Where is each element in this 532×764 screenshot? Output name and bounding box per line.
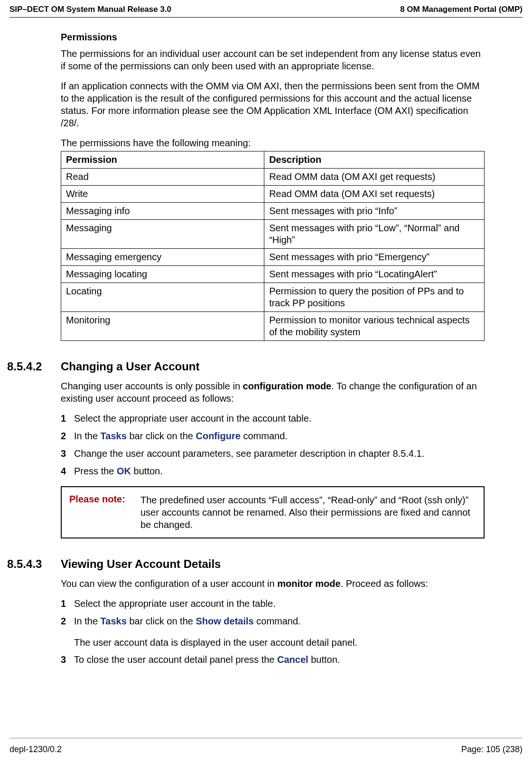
- table-row: Messaging locatingSent messages with pri…: [61, 266, 485, 283]
- ui-term-cancel: Cancel: [277, 654, 308, 665]
- section-number: 8.5.4.3: [7, 557, 61, 571]
- step-text: In the Tasks bar click on the Configure …: [74, 430, 485, 443]
- ui-term-tasks: Tasks: [101, 431, 127, 441]
- cell-permission: Read: [61, 169, 264, 186]
- table-row: MessagingSent messages with prio “Low”, …: [61, 220, 485, 249]
- table-row: Messaging infoSent messages with prio “I…: [61, 203, 485, 220]
- section-title: Changing a User Account: [61, 360, 199, 373]
- section-8542-header: 8.5.4.2 Changing a User Account: [7, 360, 485, 373]
- bold-text: monitor mode: [277, 578, 340, 589]
- ui-term-configure: Configure: [196, 431, 240, 441]
- cell-permission: Write: [61, 186, 264, 203]
- please-note-box: Please note: The predefined user account…: [61, 486, 485, 538]
- cell-description: Read OMM data (OM AXI get requests): [264, 169, 485, 186]
- ui-term-ok: OK: [117, 466, 131, 476]
- cell-permission: Monitoring: [61, 312, 264, 341]
- step-number: 2: [61, 430, 74, 443]
- footer-left: depl-1230/0.2: [9, 745, 62, 755]
- text: To close the user account detail panel p…: [74, 654, 277, 665]
- table-row: MonitoringPermission to monitor various …: [61, 312, 485, 341]
- cell-description: Sent messages with prio “Low”, “Normal” …: [264, 220, 485, 249]
- cell-description: Sent messages with prio “Info”: [264, 203, 485, 220]
- cell-permission: Messaging info: [61, 203, 264, 220]
- cell-description: Sent messages with prio “LocatingAlert”: [264, 266, 485, 283]
- cell-description: Read OMM data (OM AXI set requests): [264, 186, 485, 203]
- footer-right: Page: 105 (238): [461, 745, 523, 755]
- table-row: Messaging emergencySent messages with pr…: [61, 249, 485, 266]
- permissions-para-1: The permissions for an individual user a…: [61, 47, 485, 72]
- section-8542-steps: 1 Select the appropriate user account in…: [61, 412, 485, 478]
- header-right: 8 OM Management Portal (OMP): [400, 5, 523, 14]
- footer-rule: [9, 738, 523, 738]
- section-title: Viewing User Account Details: [61, 557, 221, 571]
- ui-term-show-details: Show details: [196, 616, 253, 626]
- section-8542-intro: Changing user accounts is only possible …: [61, 380, 485, 405]
- section-8543-intro: You can view the configuration of a user…: [61, 577, 485, 590]
- bold-text: configuration mode: [243, 381, 332, 391]
- page-header: SIP–DECT OM System Manual Release 3.0 8 …: [0, 0, 532, 17]
- section-8543-header: 8.5.4.3 Viewing User Account Details: [7, 557, 485, 571]
- permissions-table: Permission Description ReadRead OMM data…: [61, 151, 485, 341]
- cell-description: Permission to monitor various technical …: [264, 312, 485, 341]
- ui-term-tasks: Tasks: [101, 616, 127, 626]
- step-number: 2: [61, 615, 74, 628]
- text: Changing user accounts is only possible …: [61, 381, 243, 391]
- table-row: ReadRead OMM data (OM AXI get requests): [61, 169, 485, 186]
- list-item: 2 In the Tasks bar click on the Configur…: [61, 430, 485, 443]
- step-number: 3: [61, 653, 74, 666]
- cell-description: Sent messages with prio “Emergency”: [264, 249, 485, 266]
- th-description: Description: [264, 151, 485, 169]
- section-8543-steps: 1 Select the appropriate user account in…: [61, 597, 485, 628]
- step-number: 4: [61, 465, 74, 478]
- step-text: Press the OK button.: [74, 465, 485, 478]
- header-rule: [9, 17, 523, 18]
- th-permission: Permission: [61, 151, 264, 169]
- cell-permission: Messaging emergency: [61, 249, 264, 266]
- list-item: 3 Change the user account parameters, se…: [61, 447, 485, 460]
- page: SIP–DECT OM System Manual Release 3.0 8 …: [0, 0, 532, 764]
- page-footer: depl-1230/0.2 Page: 105 (238): [9, 745, 523, 755]
- step-number: 1: [61, 597, 74, 610]
- step-text: To close the user account detail panel p…: [74, 653, 485, 666]
- text: You can view the configuration of a user…: [61, 578, 277, 589]
- list-item: 1 Select the appropriate user account in…: [61, 412, 485, 425]
- text: Press the: [74, 466, 117, 476]
- text: button.: [131, 466, 163, 476]
- note-label: Please note:: [69, 494, 140, 531]
- section-8543-steps-cont: 3 To close the user account detail panel…: [61, 653, 485, 666]
- cell-permission: Messaging locating: [61, 266, 264, 283]
- text: bar click on the: [127, 431, 196, 441]
- text: bar click on the: [127, 616, 196, 626]
- permissions-para-2: If an application connects with the OMM …: [61, 80, 485, 129]
- table-row: LocatingPermission to query the position…: [61, 283, 485, 312]
- step-number: 1: [61, 412, 74, 425]
- cell-description: Permission to query the position of PPs …: [264, 283, 485, 312]
- list-item: 1 Select the appropriate user account in…: [61, 597, 485, 610]
- text: command.: [254, 616, 301, 626]
- step-number: 3: [61, 447, 74, 460]
- step-text: Select the appropriate user account in t…: [74, 597, 485, 610]
- section-number: 8.5.4.2: [7, 360, 61, 373]
- step-text: In the Tasks bar click on the Show detai…: [74, 615, 485, 628]
- step-text: Select the appropriate user account in t…: [74, 412, 485, 425]
- text: In the: [74, 616, 101, 626]
- permissions-heading: Permissions: [61, 32, 485, 43]
- cell-permission: Messaging: [61, 220, 264, 249]
- list-item: 4 Press the OK button.: [61, 465, 485, 478]
- text: command.: [241, 431, 288, 441]
- table-header-row: Permission Description: [61, 151, 485, 169]
- header-left: SIP–DECT OM System Manual Release 3.0: [9, 5, 171, 14]
- list-item: 2 In the Tasks bar click on the Show det…: [61, 615, 485, 628]
- permissions-para-3: The permissions have the following meani…: [61, 137, 485, 149]
- list-item: 3 To close the user account detail panel…: [61, 653, 485, 666]
- step-2-subtext: The user account data is displayed in th…: [74, 636, 485, 649]
- text: In the: [74, 431, 101, 441]
- cell-permission: Locating: [61, 283, 264, 312]
- content-area: Permissions The permissions for an indiv…: [61, 32, 485, 666]
- table-row: WriteRead OMM data (OM AXI set requests): [61, 186, 485, 203]
- note-text: The predefined user accounts “Full acces…: [140, 494, 476, 531]
- text: button.: [308, 654, 340, 665]
- text: . Proceed as follows:: [341, 578, 429, 589]
- step-text: Change the user account parameters, see …: [74, 447, 485, 460]
